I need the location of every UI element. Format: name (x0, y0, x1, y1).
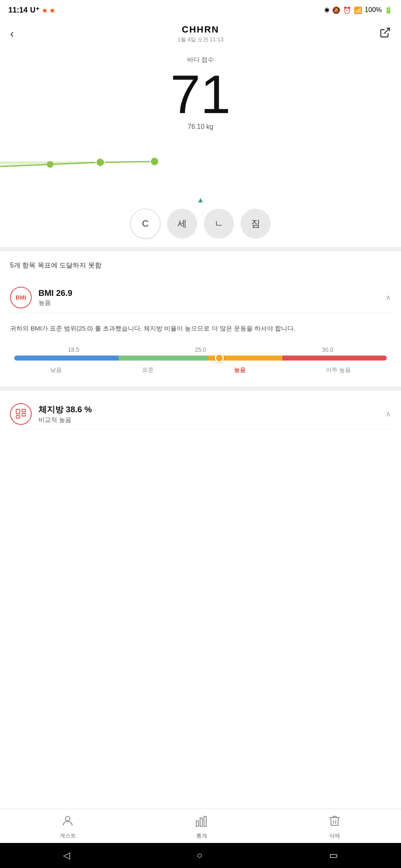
section-divider-2 (0, 386, 401, 391)
battery-icon: 🔋 (384, 6, 393, 14)
delete-icon (328, 814, 341, 830)
bmi-description: 귀하의 BMI가 표준 범위(25.0) 를 초과했습니다. 체지방 비율이 높… (10, 313, 391, 342)
summary-text: 5개 항목 목표에 도달하지 못함 (10, 262, 102, 269)
bmi-category-labels: 낮음 표준 높음 아주 높음 (10, 366, 391, 374)
bmi-card: BMI BMI 26.9 높음 ∧ 귀하의 BMI가 표준 범위(25.0) 를… (0, 278, 401, 386)
fat-icon (10, 403, 32, 425)
stats-icon (195, 814, 208, 830)
fat-title-block: 체지방 38.6 % 비교적 높음 (38, 404, 92, 424)
carousel-arrow-up: ▲ (197, 196, 204, 204)
bmi-cat-very-high: 아주 높음 (326, 366, 351, 374)
time-display: 11:14 (8, 6, 28, 15)
svg-point-4 (150, 157, 159, 166)
bmi-cat-normal: 표준 (142, 366, 154, 374)
body-score-value: 71 (0, 67, 401, 121)
nav-item-guest[interactable]: 게스트 (60, 814, 76, 840)
svg-rect-7 (22, 413, 26, 416)
carrier-icon-o1: ● (42, 5, 47, 15)
back-button[interactable]: ‹ (10, 27, 27, 40)
svg-point-9 (66, 816, 70, 821)
nav-item-stats[interactable]: 통계 (195, 814, 208, 840)
bmi-title-block: BMI 26.9 높음 (38, 288, 72, 307)
nav-label-stats: 통계 (196, 832, 207, 840)
carousel-section: ▲ C 세 ㄴ 짐 (0, 192, 401, 247)
svg-point-2 (47, 161, 53, 168)
fat-header-left: 체지방 38.6 % 비교적 높음 (10, 403, 92, 425)
nav-label-guest: 게스트 (60, 832, 76, 840)
fat-header[interactable]: 체지방 38.6 % 비교적 높음 ∧ (10, 395, 391, 429)
graph-area (0, 141, 401, 192)
bmi-bar-container (14, 356, 387, 361)
page-title: CHHRN (27, 24, 374, 35)
share-button[interactable] (374, 27, 391, 41)
signal-icon: 📶 (354, 6, 362, 14)
summary-section: 5개 항목 목표에 도달하지 못함 (0, 251, 401, 274)
android-nav-bar: ◁ ○ ▭ (0, 843, 401, 868)
android-home-button[interactable]: ○ (197, 850, 202, 861)
bmi-chevron[interactable]: ∧ (386, 293, 391, 302)
header: ‹ CHHRN 1월 4일 오전 11:13 (0, 20, 401, 48)
carousel-btn-se[interactable]: 세 (167, 209, 197, 239)
carousel-buttons: C 세 ㄴ 짐 (130, 209, 271, 239)
alarm-icon: ⏰ (343, 6, 351, 14)
fat-card: 체지방 38.6 % 비교적 높음 ∧ (0, 395, 401, 429)
bmi-marker-1: 18.5 (68, 346, 79, 353)
carousel-btn-n[interactable]: ㄴ (204, 209, 234, 239)
header-title-block: CHHRN 1월 4일 오전 11:13 (27, 24, 374, 43)
carousel-btn-c[interactable]: C (130, 209, 160, 239)
bmi-icon-label: BMI (15, 294, 26, 301)
bmi-status: 높음 (38, 299, 72, 307)
bmi-cat-high: 높음 (234, 366, 246, 374)
nav-label-delete: 삭제 (329, 832, 340, 840)
fat-chevron[interactable]: ∧ (386, 409, 391, 419)
bmi-scale-labels: 18.5 25.0 30.0 (10, 346, 391, 353)
bmi-marker-2: 25.0 (195, 346, 206, 353)
fat-title: 체지방 38.6 % (38, 404, 92, 415)
bmi-header-left: BMI BMI 26.9 높음 (10, 287, 72, 308)
body-weight: 76.10 kg (0, 123, 401, 131)
body-score-label: 바디 점수 (0, 56, 401, 64)
bmi-slider-section: 18.5 25.0 30.0 낮음 표준 높음 아주 높음 (10, 342, 391, 386)
bmi-indicator (215, 353, 224, 363)
status-left: 11:14 U⁺ ● ● (8, 5, 55, 15)
svg-rect-12 (204, 816, 206, 826)
svg-line-0 (384, 28, 390, 34)
carousel-btn-jim[interactable]: 짐 (241, 209, 271, 239)
bmi-bar (14, 356, 387, 361)
status-bar: 11:14 U⁺ ● ● ✱ 🔕 ⏰ 📶 100% 🔋 (0, 0, 401, 20)
bmi-header[interactable]: BMI BMI 26.9 높음 ∧ (10, 278, 391, 313)
body-score-graph (0, 141, 401, 192)
svg-rect-8 (16, 415, 20, 418)
status-right: ✱ 🔕 ⏰ 📶 100% 🔋 (324, 6, 393, 14)
svg-rect-10 (196, 821, 198, 826)
section-divider-1 (0, 247, 401, 251)
bmi-icon: BMI (10, 287, 32, 308)
body-score-section: 바디 점수 71 76.10 kg (0, 48, 401, 141)
svg-point-3 (96, 158, 104, 167)
carrier-icon-o2: ● (50, 5, 55, 15)
svg-rect-5 (16, 409, 20, 414)
page-subtitle: 1월 4일 오전 11:13 (27, 36, 374, 43)
android-back-button[interactable]: ◁ (63, 850, 70, 861)
svg-rect-6 (22, 409, 26, 411)
svg-rect-11 (200, 818, 202, 826)
bluetooth-icon: ✱ (324, 6, 330, 14)
bmi-title: BMI 26.9 (38, 288, 72, 298)
mute-icon: 🔕 (332, 6, 340, 14)
carrier-display: U⁺ (30, 5, 40, 15)
bmi-marker-3: 30.0 (322, 346, 333, 353)
nav-item-delete[interactable]: 삭제 (328, 814, 341, 840)
bottom-nav: 게스트 통계 삭제 (0, 809, 401, 843)
battery-percent: 100% (365, 6, 382, 14)
bmi-cat-low: 낮음 (50, 366, 62, 374)
android-recent-button[interactable]: ▭ (329, 850, 338, 861)
guest-icon (61, 814, 74, 830)
fat-status: 비교적 높음 (38, 416, 92, 424)
